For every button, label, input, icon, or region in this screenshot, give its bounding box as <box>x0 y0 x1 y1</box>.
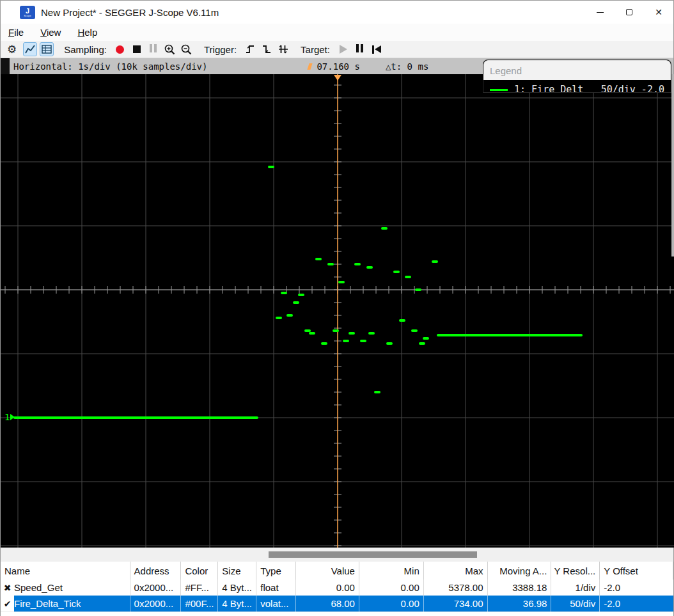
signal-type: float <box>256 580 296 596</box>
channel-1-marker-label: 1 <box>4 413 10 422</box>
legend-panel[interactable]: Legend 1: Fire_Delt 50/div -2.0 <box>483 60 671 92</box>
delta-t-label: △t: 0 ms <box>386 61 428 72</box>
signal-value: 0.00 <box>296 580 359 596</box>
signal-size: 4 Byt... <box>218 580 256 596</box>
col-header-moving-avg[interactable]: Moving A... <box>488 562 552 580</box>
zoom-out-icon <box>180 43 192 56</box>
sampling-label: Sampling: <box>64 44 107 55</box>
app-icon: J Scope <box>20 6 35 19</box>
skip-to-start-icon <box>372 45 381 54</box>
signal-min: 0.00 <box>359 596 424 612</box>
legend-trace-swatch <box>490 89 508 91</box>
signal-value: 68.00 <box>296 596 359 612</box>
col-header-name[interactable]: Name <box>1 562 130 580</box>
maximize-icon <box>626 9 632 15</box>
col-header-value[interactable]: Value <box>296 562 359 580</box>
vertical-scrollbar-thumb[interactable] <box>671 74 674 257</box>
minimize-icon <box>597 12 604 13</box>
signal-moving-avg: 36.98 <box>488 596 552 612</box>
infobar-corner <box>1 58 10 74</box>
signal-color: #00F... <box>181 596 218 612</box>
col-header-y-offset[interactable]: Y Offset <box>600 562 673 580</box>
table-row-speed-get[interactable]: ✖ Speed_Get 0x2000... #FF... 4 Byt... fl… <box>1 580 673 596</box>
line-chart-icon <box>24 44 36 54</box>
target-label: Target: <box>301 44 330 55</box>
target-pause-button[interactable] <box>353 42 367 56</box>
signal-address: 0x2000... <box>130 580 182 596</box>
app-icon-letter: J <box>26 8 29 14</box>
trigger-label: Trigger: <box>204 44 237 55</box>
trigger-falling-edge-button[interactable] <box>260 42 274 56</box>
sampling-stop-button[interactable] <box>130 42 144 56</box>
sampling-start-button[interactable] <box>113 42 127 56</box>
close-icon: ✕ <box>655 7 662 17</box>
table-footer-strip <box>1 612 673 616</box>
graph-view-button[interactable] <box>23 42 37 56</box>
col-header-color[interactable]: Color <box>181 562 218 580</box>
signal-y-resolution: 50/div <box>551 596 600 612</box>
signal-address: 0x2000... <box>130 596 182 612</box>
scope-canvas <box>1 74 674 548</box>
app-window: J Scope New Project* - SEGGER J-Scope V6… <box>0 0 674 616</box>
play-icon-disabled <box>340 45 347 54</box>
maximize-button[interactable] <box>615 1 644 24</box>
channel-marker-arrow-icon <box>10 414 15 420</box>
col-header-min[interactable]: Min <box>359 562 424 580</box>
cursor-flag-icon <box>308 63 313 70</box>
legend-entry[interactable]: 1: Fire_Delt 50/div -2.0 <box>483 80 671 92</box>
menu-file[interactable]: File <box>8 27 24 38</box>
falling-edge-icon <box>262 44 272 54</box>
col-header-max[interactable]: Max <box>424 562 488 580</box>
signal-size: 4 Byt... <box>218 596 256 612</box>
col-header-type[interactable]: Type <box>256 562 296 580</box>
zoom-in-icon <box>164 43 176 56</box>
trigger-rising-edge-button[interactable] <box>243 42 257 56</box>
sampling-pause-button <box>146 42 161 56</box>
signal-moving-avg: 3388.18 <box>488 580 552 596</box>
table-row-fire-delta-tick[interactable]: ✔ Fire_Delta_Tick 0x2000... #00F... 4 By… <box>1 596 673 612</box>
toolbar: ⚙ Sampling: <box>1 41 673 58</box>
signal-color: #FF... <box>181 580 218 596</box>
menu-help[interactable]: Help <box>77 27 97 38</box>
legend-title: Legend <box>490 65 522 76</box>
pause-icon <box>356 43 364 55</box>
target-play-button <box>336 42 350 56</box>
zoom-out-button[interactable] <box>180 42 194 56</box>
table-icon <box>41 44 52 54</box>
channel-visible-check-icon[interactable]: ✔ <box>1 596 14 612</box>
minimize-button[interactable] <box>585 1 615 24</box>
col-header-address[interactable]: Address <box>130 562 182 580</box>
channel-hidden-x-icon[interactable]: ✖ <box>1 580 14 596</box>
signal-y-offset: -2.0 <box>600 580 673 596</box>
signal-name: Speed_Get <box>14 582 63 593</box>
legend-entry-scale: 50/div -2.0 <box>601 84 664 92</box>
legend-header[interactable]: Legend <box>483 60 671 80</box>
table-header-row: Name Address Color Size Type Value Min M… <box>1 562 673 580</box>
title-bar[interactable]: J Scope New Project* - SEGGER J-Scope V6… <box>1 1 673 24</box>
close-button[interactable]: ✕ <box>644 1 673 24</box>
app-icon-sub: Scope <box>24 14 31 17</box>
trigger-both-edges-button[interactable] <box>276 42 290 56</box>
channel-1-marker[interactable]: 1 <box>4 413 15 422</box>
menu-bar: File View Help <box>1 24 673 41</box>
horizontal-scale-label[interactable]: Horizontal: 1s/div (10k samples/div) <box>13 61 207 72</box>
target-restart-button[interactable] <box>370 42 384 56</box>
pause-icon-disabled <box>149 43 158 55</box>
zoom-in-button[interactable] <box>163 42 177 56</box>
signal-max: 5378.00 <box>424 580 488 596</box>
legend-entry-label: 1: Fire_Delt <box>514 84 583 92</box>
stop-icon <box>133 45 141 53</box>
signal-y-resolution: 1/div <box>551 580 600 596</box>
col-header-y-resolution[interactable]: Y Resol... <box>551 562 600 580</box>
horizontal-scrollbar-thumb[interactable] <box>269 551 477 558</box>
menu-view[interactable]: View <box>40 27 61 38</box>
signal-y-offset: -2.0 <box>600 596 673 612</box>
col-header-size[interactable]: Size <box>218 562 256 580</box>
scope-plot[interactable]: 1 <box>1 74 674 548</box>
table-view-button[interactable] <box>40 42 54 56</box>
signal-min: 0.00 <box>359 580 424 596</box>
settings-gear-icon[interactable]: ⚙ <box>7 43 17 56</box>
signal-name: Fire_Delta_Tick <box>14 598 81 609</box>
both-edges-icon <box>278 44 288 54</box>
horizontal-scrollbar[interactable] <box>1 548 673 562</box>
